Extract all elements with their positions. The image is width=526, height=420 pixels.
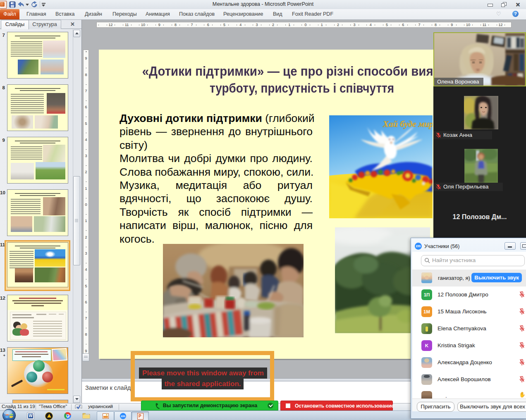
svg-text:Хай буде мир: Хай буде мир (383, 119, 433, 129)
